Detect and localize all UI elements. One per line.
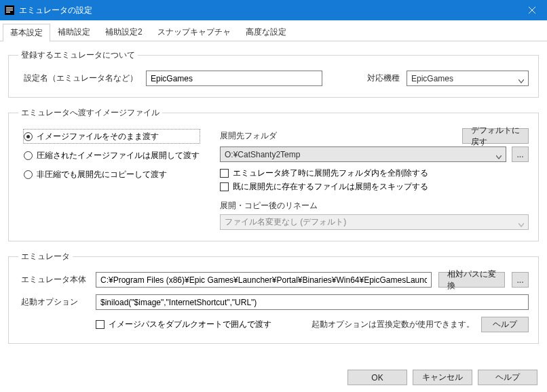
window-title: エミュレータの設定 [19, 5, 516, 16]
checkbox-icon [96, 320, 105, 329]
name-input[interactable] [146, 71, 322, 86]
chevron-down-icon [496, 152, 502, 161]
rename-select: ファイル名変更なし (デフォルト) [220, 214, 529, 230]
radio-copy[interactable]: 非圧縮でも展開先にコピーして渡す [24, 168, 200, 181]
relative-path-button[interactable]: 相対パスに変換 [438, 272, 505, 288]
exe-input[interactable] [96, 272, 432, 288]
group-register: 登録するエミュレータについて 設定名（エミュレータ名など） 対応機種 EpicG… [8, 50, 539, 98]
group-emulator-legend: エミュレータ [18, 251, 73, 262]
opt-hint: 起動オプションは置換定数が使用できます。 [312, 319, 474, 330]
tab-basic[interactable]: 基本設定 [3, 24, 50, 41]
ok-button[interactable]: OK [347, 370, 407, 385]
help-button[interactable]: ヘルプ [478, 370, 537, 385]
radio-extract-label: 圧縮されたイメージファイルは展開して渡す [37, 150, 200, 161]
check-delete-on-exit[interactable]: エミュレータ終了時に展開先フォルダ内を全削除する [220, 166, 529, 180]
tab-aux1[interactable]: 補助設定 [50, 23, 98, 41]
rename-label: 展開・コピー後のリネーム [220, 200, 529, 212]
check-delete-label: エミュレータ終了時に展開先フォルダ内を全削除する [233, 168, 428, 179]
chevron-down-icon [518, 76, 524, 85]
group-register-legend: 登録するエミュレータについて [18, 50, 138, 61]
tab-aux2[interactable]: 補助設定2 [98, 23, 150, 41]
radio-copy-label: 非圧縮でも展開先にコピーして渡す [37, 169, 167, 180]
rename-value: ファイル名変更なし (デフォルト) [225, 216, 346, 228]
radio-dot-icon [24, 170, 33, 179]
dest-folder-select[interactable]: O:¥CatShanty2Temp [220, 146, 506, 162]
checkbox-icon [220, 169, 229, 178]
exe-label: エミュレータ本体 [21, 274, 89, 286]
cancel-button[interactable]: キャンセル [413, 370, 472, 385]
group-image-legend: エミュレータへ渡すイメージファイル [18, 107, 162, 119]
machine-select[interactable]: EpicGames [407, 71, 529, 86]
group-image: エミュレータへ渡すイメージファイル イメージファイルをそのまま渡す 圧縮されたイ… [8, 107, 539, 241]
svg-rect-2 [6, 9, 13, 11]
tab-strip: 基本設定 補助設定 補助設定2 スナップキャプチャ 高度な設定 [0, 20, 547, 41]
opt-label: 起動オプション [21, 296, 89, 308]
dest-label: 展開先フォルダ [220, 130, 277, 142]
svg-rect-3 [6, 12, 10, 13]
close-button[interactable] [516, 0, 547, 20]
app-icon [4, 5, 15, 16]
check-quote-label: イメージパスをダブルクオートで囲んで渡す [109, 319, 271, 330]
radio-dot-icon [24, 132, 33, 141]
titlebar: エミュレータの設定 [0, 0, 547, 20]
group-emulator: エミュレータ エミュレータ本体 相対パスに変換 ... 起動オプション イメージ… [8, 251, 539, 344]
machine-label: 対応機種 [367, 73, 400, 84]
svg-rect-1 [6, 7, 13, 9]
reset-default-button[interactable]: デフォルトに戻す [462, 128, 529, 144]
check-skip-existing[interactable]: 既に展開先に存在するファイルは展開をスキップする [220, 180, 529, 193]
chevron-down-icon [518, 220, 524, 229]
check-quote-path[interactable]: イメージパスをダブルクオートで囲んで渡す [96, 318, 271, 332]
check-skip-label: 既に展開先に存在するファイルは展開をスキップする [233, 181, 428, 193]
dest-folder-value: O:¥CatShanty2Temp [225, 150, 300, 159]
name-label: 設定名（エミュレータ名など） [24, 73, 139, 84]
tab-snap[interactable]: スナップキャプチャ [150, 23, 238, 41]
radio-extract[interactable]: 圧縮されたイメージファイルは展開して渡す [24, 149, 200, 162]
exe-browse-button[interactable]: ... [512, 272, 529, 288]
checkbox-icon [220, 182, 229, 191]
radio-passthrough-label: イメージファイルをそのまま渡す [37, 131, 159, 142]
opt-input[interactable] [96, 294, 529, 310]
radio-dot-icon [24, 151, 33, 160]
tab-advanced[interactable]: 高度な設定 [238, 23, 294, 41]
radio-passthrough[interactable]: イメージファイルをそのまま渡す [24, 130, 200, 143]
dest-browse-button[interactable]: ... [512, 146, 529, 162]
dialog-footer: OK キャンセル ヘルプ [347, 370, 537, 385]
opt-help-button[interactable]: ヘルプ [481, 317, 529, 332]
machine-select-value: EpicGames [411, 74, 453, 83]
